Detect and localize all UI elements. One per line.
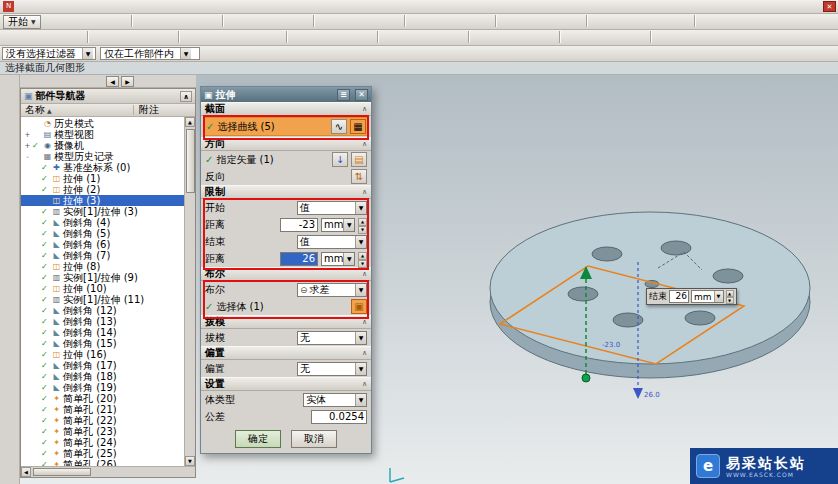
scroll-left-icon[interactable]: ◀ (21, 467, 31, 477)
step-down-icon[interactable]: ▼ (358, 260, 367, 268)
toolbar-icon[interactable] (339, 47, 354, 61)
end-unit-combo[interactable]: mm ▼ (321, 252, 355, 266)
feature-tree-item[interactable]: ✓ ◫ 拉伸 (2) (21, 184, 184, 195)
expander-icon[interactable]: - (23, 153, 32, 161)
chevron-down-icon[interactable]: ▼ (355, 236, 366, 248)
toolbar-icon[interactable] (399, 31, 414, 45)
checkbox-icon[interactable]: ✓ (41, 350, 51, 359)
toolbar-icon[interactable] (757, 31, 772, 45)
sort-ascending-icon[interactable]: ▲ (47, 107, 52, 114)
checkbox-icon[interactable]: ✓ (41, 251, 51, 260)
resource-tab-icon[interactable] (2, 168, 17, 183)
dialog-menu-button[interactable]: ≡ (337, 89, 350, 101)
checkbox-icon[interactable]: ✓ (41, 416, 51, 425)
specify-vector-row[interactable]: ✓ 指定矢量 (1) ↓ ▤ (201, 151, 371, 168)
toolbar-icon[interactable] (200, 31, 215, 45)
toolbar-icon[interactable] (551, 15, 566, 29)
toolbar-icon[interactable] (35, 31, 50, 45)
toolbar-icon[interactable] (676, 15, 691, 29)
toolbar-icon[interactable] (204, 15, 219, 29)
toolbar-icon[interactable] (671, 0, 686, 14)
checkbox-icon[interactable]: ✓ (41, 218, 51, 227)
column-note-label[interactable]: 附注 (139, 103, 159, 117)
toolbar-icon[interactable] (318, 15, 333, 29)
checkbox-icon[interactable]: ✓ (41, 427, 51, 436)
chevron-down-icon[interactable]: ▼ (355, 202, 366, 214)
end-distance-stepper[interactable]: ▲ ▼ (358, 252, 367, 266)
onscreen-distance-value[interactable]: 26 (669, 290, 689, 303)
toolbar-icon[interactable] (564, 31, 579, 45)
tolerance-input[interactable]: 0.0254 (311, 410, 367, 424)
toolbar-icon[interactable] (524, 31, 539, 45)
toolbar-icon[interactable] (591, 15, 606, 29)
chevron-down-icon[interactable]: ▼ (343, 253, 354, 265)
toolbar-icon[interactable] (807, 0, 822, 14)
toolbar-icon[interactable] (500, 15, 515, 29)
toolbar-icon[interactable] (308, 31, 323, 45)
toolbar-icon[interactable] (784, 15, 799, 29)
resource-tab-icon[interactable] (2, 146, 17, 161)
back-arrow-button[interactable]: ◀ (106, 76, 119, 87)
resource-tab-icon[interactable] (2, 212, 17, 227)
expander-icon[interactable]: + (23, 131, 32, 139)
collapse-chevron-icon[interactable]: ∧ (362, 105, 367, 113)
feature-tree-item[interactable]: ◔ 历史模式 (21, 118, 184, 129)
toolbar-icon[interactable] (655, 31, 670, 45)
toolbar-icon[interactable] (663, 47, 678, 61)
toolbar-icon[interactable] (382, 31, 397, 45)
toolbar-icon[interactable] (18, 31, 33, 45)
toolbar-icon[interactable] (369, 15, 384, 29)
toolbar-icon[interactable] (251, 31, 266, 45)
section-header-limits[interactable]: 限制 ∧ (201, 185, 371, 199)
reverse-direction-icon[interactable]: ⇅ (351, 169, 367, 184)
section-header-direction[interactable]: 方向 ∧ (201, 137, 371, 151)
vector-dialog-icon[interactable]: ↓ (332, 152, 348, 167)
window-close-button[interactable]: ✕ (823, 1, 836, 12)
toolbar-icon[interactable] (799, 47, 814, 61)
collapse-chevron-icon[interactable]: ∧ (362, 140, 367, 148)
selection-filter-combo[interactable]: 没有选择过滤器 ▼ (2, 47, 96, 60)
checkbox-icon[interactable]: ✓ (41, 240, 51, 249)
toolbar-icon[interactable] (359, 31, 374, 45)
draft-combo[interactable]: 无 ▼ (297, 331, 367, 345)
toolbar-icon[interactable] (203, 47, 218, 61)
toolbar-icon[interactable] (79, 15, 94, 29)
toolbar-icon[interactable] (625, 15, 640, 29)
start-menu-button[interactable]: 开始 ▼ (3, 15, 41, 29)
toolbar-icon[interactable] (688, 0, 703, 14)
checkbox-icon[interactable]: ✓ (41, 273, 51, 282)
chevron-down-icon[interactable]: ▼ (180, 48, 191, 59)
toolbar-icon[interactable] (62, 15, 77, 29)
select-body-row[interactable]: ✓ 选择体 (1) ▣ (201, 298, 371, 315)
checkbox-icon[interactable]: ✓ (41, 405, 51, 414)
toolbar-icon[interactable] (608, 15, 623, 29)
toolbar-icon[interactable] (45, 15, 60, 29)
toolbar-icon[interactable] (723, 31, 738, 45)
checkbox-icon[interactable]: ✓ (41, 372, 51, 381)
toolbar-icon[interactable] (386, 15, 401, 29)
toolbar-icon[interactable] (92, 31, 107, 45)
toolbar-icon[interactable] (615, 31, 630, 45)
toolbar-icon[interactable] (305, 47, 320, 61)
collapse-chevron-icon[interactable]: ∧ (362, 188, 367, 196)
toolbar-icon[interactable] (733, 15, 748, 29)
checkbox-icon[interactable]: ✓ (41, 163, 51, 172)
toolbar-icon[interactable] (654, 0, 669, 14)
toolbar-icon[interactable] (96, 15, 111, 29)
forward-arrow-button[interactable]: ▶ (121, 76, 134, 87)
toolbar-icon[interactable] (356, 47, 371, 61)
checkbox-icon[interactable]: ✓ (41, 328, 51, 337)
select-body-icon[interactable]: ▣ (351, 299, 367, 314)
column-divider[interactable] (133, 105, 134, 115)
checkbox-icon[interactable]: ✓ (41, 262, 51, 271)
toolbar-icon[interactable] (699, 15, 714, 29)
section-header-settings[interactable]: 设置 ∧ (201, 377, 371, 391)
end-distance-input[interactable]: 26 (280, 252, 318, 266)
onscreen-unit-combo[interactable]: mm ▼ (691, 290, 724, 303)
boolean-mode-combo[interactable]: ⊖ 求差 ▼ (297, 283, 367, 297)
toolbar-icon[interactable] (170, 15, 185, 29)
checkbox-icon[interactable]: ✓ (41, 229, 51, 238)
toolbar-icon[interactable] (288, 47, 303, 61)
toolbar-icon[interactable] (581, 31, 596, 45)
toolbar-icon[interactable] (153, 15, 168, 29)
